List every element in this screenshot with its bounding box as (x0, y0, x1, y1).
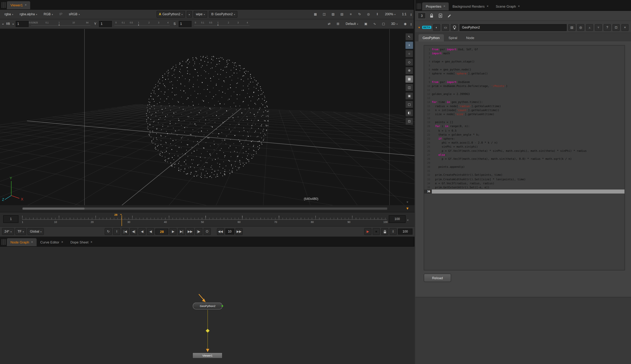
close-icon[interactable]: × (487, 5, 488, 8)
range-update-icon[interactable]: ▼ (406, 206, 409, 210)
input-b-dropdown[interactable]: BGeoPython2▾ (209, 11, 237, 18)
tf-dropdown[interactable]: TF▾ (15, 228, 26, 235)
playhead[interactable] (122, 215, 122, 226)
display-channel-dropdown[interactable]: RGB▾ (41, 11, 56, 18)
lock-view-icon[interactable]: ⊡ (405, 118, 413, 125)
code-line[interactable]: 19 points = [] (424, 120, 625, 124)
checkerboard-icon[interactable]: ▦ (312, 11, 319, 18)
disclosure-icon[interactable]: ▼ (418, 26, 420, 29)
tab-spiral[interactable]: Spiral (444, 34, 461, 42)
float-panel-icon[interactable]: ⊡ (612, 24, 620, 31)
tab-viewer1[interactable]: Viewer1 × (7, 1, 30, 9)
zebra-stripes-icon[interactable]: ▨ (330, 11, 337, 18)
gamma-field[interactable] (99, 21, 112, 27)
code-line[interactable]: 6node = geo_python.node() (424, 68, 625, 72)
saturation-field[interactable] (178, 21, 192, 27)
code-line[interactable]: 32 prim.CreatePointsAttr().Set(points, t… (424, 173, 625, 177)
tab-node[interactable]: Node (462, 34, 478, 42)
textured-mode-icon[interactable]: ▣ (405, 92, 413, 100)
code-line[interactable]: 27 else: (424, 153, 625, 157)
viewport-collapse-icon[interactable]: » (406, 201, 409, 202)
code-line[interactable]: 23 if sphere: (424, 137, 625, 141)
code-line[interactable]: 13 (424, 96, 625, 100)
goto-end-icon[interactable]: |▶ (195, 228, 202, 235)
code-line[interactable]: 1from pxr import Usd, Sdf, Gf (424, 48, 625, 52)
close-icon[interactable]: × (518, 5, 520, 8)
prev-aperture-icon[interactable]: ◂ (2, 23, 4, 25)
gain-field[interactable] (16, 21, 28, 27)
frame-range-mode-dropdown[interactable]: Global▾ (28, 228, 44, 235)
close-panel-icon[interactable]: × (622, 24, 629, 31)
display-mode-icon[interactable]: ▦ (405, 75, 413, 83)
goto-start-icon[interactable]: |◀ (122, 228, 129, 235)
next-aperture-icon[interactable]: ▸ (13, 23, 14, 25)
input-a-dropdown[interactable]: AGeoPython2▾ (156, 11, 185, 18)
roi-icon[interactable]: ▢ (380, 20, 387, 28)
panel-grip-icon[interactable] (2, 239, 6, 245)
render-playback-icon[interactable]: ▶ (364, 228, 372, 235)
code-line[interactable]: 25 sinPhi = math.sin(phi) (424, 145, 625, 149)
gain-slider[interactable]: 0.015625 0.1 1 10 64 ▴ (30, 20, 91, 28)
code-line[interactable]: 22 theta = golden_angle * k; (424, 133, 625, 137)
close-icon[interactable]: × (61, 240, 63, 244)
close-icon[interactable]: × (31, 240, 33, 244)
nodegraph-canvas[interactable]: GeoPython2 Viewer1 (0, 247, 414, 364)
set-in-point-button[interactable]: I (113, 228, 120, 235)
code-line[interactable]: 34 e = Gf.Vec3f(radius, radius, radius) (424, 181, 625, 185)
lighting-mode-icon[interactable]: ◧ (405, 109, 413, 117)
tab-geopython[interactable]: GeoPython (418, 34, 444, 42)
code-line[interactable]: 29 (424, 161, 625, 165)
slider-track[interactable] (194, 26, 249, 26)
toolbar-expand-icon[interactable]: ▴▾ (410, 13, 412, 16)
tab-scene-graph[interactable]: Scene Graph × (492, 2, 523, 10)
jump-back-icon[interactable]: ◀◀ (217, 228, 224, 235)
ab-swap-icon[interactable]: ● (187, 11, 192, 18)
fast-forward-icon[interactable]: ▶▶ (186, 228, 194, 235)
lock-panels-icon[interactable] (428, 12, 434, 19)
range-end-field[interactable] (398, 228, 412, 234)
play-forward-icon[interactable]: ▶ (170, 228, 177, 235)
scale-tool-icon[interactable]: ◇ (405, 58, 413, 66)
tab-curve-editor[interactable]: Curve Editor × (37, 238, 67, 246)
code-line[interactable]: 26 p = Gf.Vec3f(math.cos(theta) * sinPhi… (424, 149, 625, 153)
help-icon[interactable]: ? (604, 24, 611, 31)
guides-grid-icon[interactable]: ⊞ (334, 20, 342, 28)
translate-tool-icon[interactable]: + (405, 42, 413, 49)
code-line[interactable]: 7sphere = node['sphere'].getValue() (424, 72, 625, 76)
code-line[interactable]: 10prim = UsdGeom.Points.Define(stage, '/… (424, 84, 625, 88)
redo-down-icon[interactable]: ▼ (595, 24, 602, 31)
rotate-tool-icon[interactable]: ○ (405, 50, 413, 58)
code-line[interactable]: 17 size = node['size'].getValueAt(time) (424, 112, 625, 116)
viewer-colorspace-dropdown[interactable]: sRGB▾ (66, 11, 82, 18)
python-code-editor[interactable]: 1from pxr import Usd, Sdf, Gf2import mat… (424, 45, 625, 270)
code-line[interactable]: 24 phi = math.acos(1.0 - 2.0 * k / n) (424, 141, 625, 145)
set-out-point-button[interactable]: O (203, 228, 211, 235)
layout-rows-icon[interactable]: ▤ (568, 24, 576, 31)
viewer-viewport[interactable]: Y Z X (640x480) ↖ + ○ ◇ ⊕ ▦ ◫ ▣ ▢ ◧ ⊡ » (0, 29, 414, 205)
code-line[interactable]: 36 (424, 189, 625, 193)
code-line[interactable]: 9from pxr import UsdGeom (424, 80, 625, 84)
undo-up-icon[interactable]: ▲ (586, 24, 593, 31)
code-line[interactable]: 8 (424, 76, 625, 80)
tab-dope-sheet[interactable]: Dope Sheet × (67, 238, 96, 246)
update-target-icon[interactable]: ◎ (365, 11, 372, 18)
timeline-collapse-icon[interactable]: » (406, 219, 410, 220)
code-line[interactable]: 5 (424, 64, 625, 68)
slider-track[interactable] (31, 26, 90, 26)
wireframe-mode-icon[interactable]: ▢ (405, 100, 413, 108)
node-name-field[interactable] (460, 24, 566, 31)
code-line[interactable]: 30 points.append(p) (424, 165, 625, 169)
downrez-icon[interactable]: ⇄ (326, 20, 333, 28)
prev-keyframe-icon[interactable]: ◀| (130, 228, 137, 235)
gamut-display-icon[interactable]: ◉ (402, 20, 409, 28)
pause-icon[interactable]: ‖ (374, 11, 381, 18)
toolbar-expand-icon[interactable]: ▴▾ (410, 22, 412, 26)
play-backward-icon[interactable]: ◀ (147, 228, 154, 235)
zoom-dropdown[interactable]: 200%▾ (382, 11, 398, 18)
slider-track[interactable] (114, 26, 170, 26)
axis-tool-icon[interactable]: ⊕ (405, 67, 413, 74)
current-frame-field[interactable] (156, 228, 168, 234)
pixel-aspect-button[interactable]: 1:1 (400, 11, 409, 18)
code-line[interactable]: 31 (424, 169, 625, 173)
code-line[interactable]: 11 (424, 88, 625, 92)
